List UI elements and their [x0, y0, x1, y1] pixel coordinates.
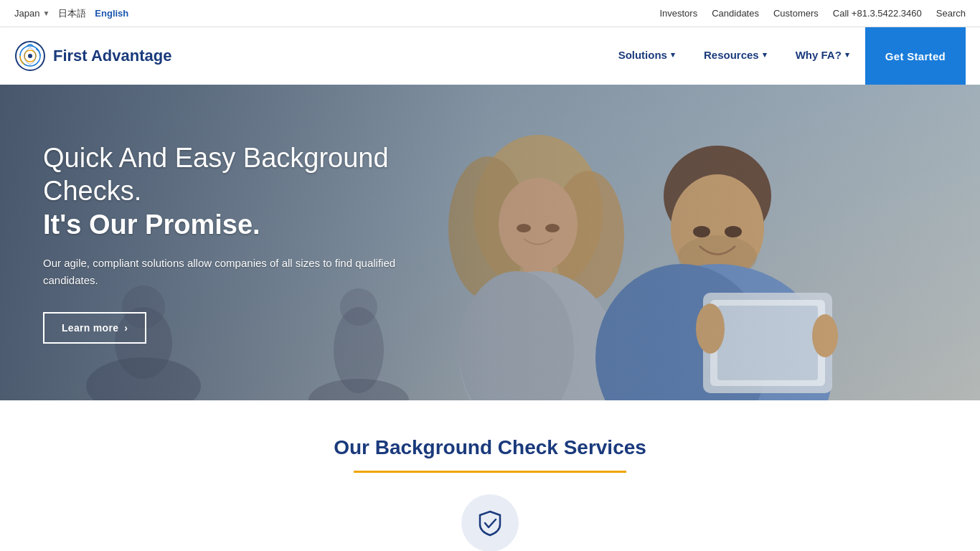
learn-more-button[interactable]: Learn more ›	[43, 312, 146, 344]
hero-content: Quick And Easy Background Checks. It's O…	[0, 85, 488, 372]
services-title: Our Background Check Services	[14, 436, 966, 459]
region-label: Japan	[14, 8, 39, 19]
hero-subtitle: Our agile, compliant solutions allow com…	[43, 255, 445, 289]
region-selector[interactable]: Japan ▼	[14, 8, 50, 19]
solutions-chevron-icon: ▾	[671, 50, 675, 60]
nav-solutions-label: Solutions	[618, 49, 667, 61]
logo[interactable]: First Advantage	[14, 40, 171, 72]
get-started-button[interactable]: Get Started	[865, 27, 966, 85]
lang-japanese[interactable]: 日本語	[58, 7, 86, 20]
utility-right: Investors Candidates Customers Call +81.…	[659, 8, 966, 19]
main-nav: First Advantage Solutions ▾ Resources ▾ …	[0, 27, 980, 85]
nav-item-solutions[interactable]: Solutions ▾	[606, 27, 688, 85]
logo-text: First Advantage	[53, 47, 171, 65]
utility-left: Japan ▼ 日本語 English	[14, 7, 128, 20]
logo-icon	[14, 40, 46, 72]
learn-more-chevron-icon: ›	[124, 322, 128, 334]
services-section: Our Background Check Services	[0, 400, 980, 551]
search-label: Search	[936, 8, 966, 19]
hero-title-line1: Quick And Easy Background Checks.	[43, 142, 445, 207]
nav-whyfa-label: Why FA?	[796, 49, 842, 61]
nav-link-customers[interactable]: Customers	[773, 8, 819, 19]
phone-number: Call +81.3.5422.3460	[833, 8, 922, 19]
nav-item-whyfa[interactable]: Why FA? ▾	[783, 27, 862, 85]
search-trigger[interactable]: Search	[936, 8, 966, 19]
utility-bar: Japan ▼ 日本語 English Investors Candidates…	[0, 0, 980, 27]
hero-title-line2: It's Our Promise.	[43, 207, 445, 242]
nav-links: Solutions ▾ Resources ▾ Why FA? ▾ Get St…	[606, 27, 966, 85]
resources-chevron-icon: ▾	[763, 50, 767, 60]
services-icon-area	[14, 494, 966, 551]
nav-link-investors[interactable]: Investors	[659, 8, 697, 19]
nav-resources-label: Resources	[704, 49, 759, 61]
services-title-underline	[354, 471, 626, 473]
nav-item-resources[interactable]: Resources ▾	[691, 27, 780, 85]
learn-more-label: Learn more	[62, 322, 118, 334]
services-icon	[461, 494, 519, 551]
svg-point-3	[28, 54, 32, 58]
hero-section: Quick And Easy Background Checks. It's O…	[0, 85, 980, 400]
whyfa-chevron-icon: ▾	[845, 50, 849, 60]
region-chevron: ▼	[42, 9, 50, 17]
check-shield-icon	[476, 509, 504, 537]
nav-link-candidates[interactable]: Candidates	[712, 8, 759, 19]
lang-english[interactable]: English	[95, 8, 128, 19]
